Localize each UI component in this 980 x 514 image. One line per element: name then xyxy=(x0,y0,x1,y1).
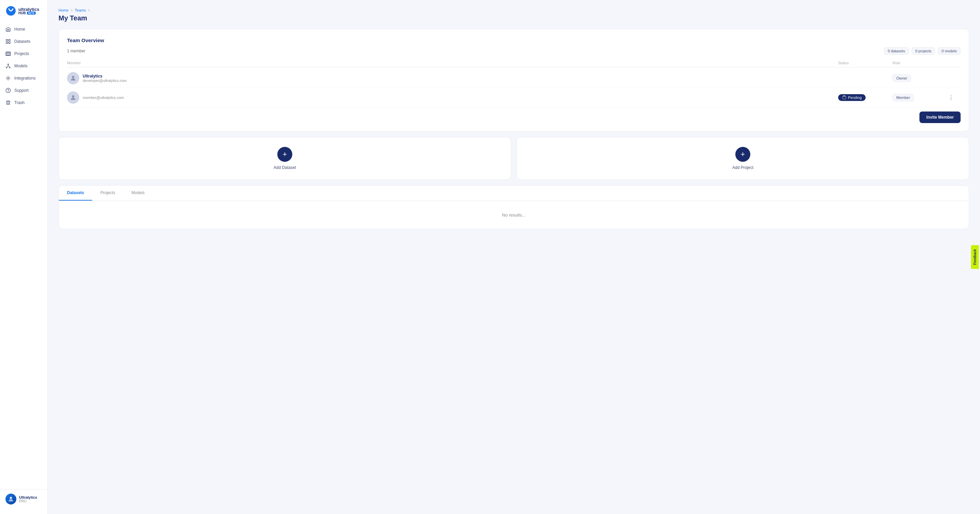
more-options-button[interactable]: ⋮ xyxy=(947,93,955,102)
role-badge-owner: Owner xyxy=(892,75,911,82)
col-status: Status xyxy=(838,61,892,65)
tabs-header: Datasets Projects Models xyxy=(59,186,969,201)
svg-point-12 xyxy=(10,497,12,499)
member-email-2: member@ultralytics.com xyxy=(83,95,124,100)
table-row: member@ultralytics.com Pending Member ⋮ xyxy=(67,88,961,108)
table-row: Ultralytics developer@ultralytics.com Ow… xyxy=(67,69,961,88)
member-info-2: member@ultralytics.com xyxy=(67,92,838,104)
tab-content: No results... xyxy=(59,201,969,229)
sidebar-label-datasets: Datasets xyxy=(14,39,30,44)
add-project-label: Add Project xyxy=(732,165,753,170)
user-info: Ultralytics PRO xyxy=(19,495,37,503)
user-name: Ultralytics xyxy=(19,495,37,500)
svg-point-14 xyxy=(72,95,75,98)
user-profile[interactable]: Ultralytics PRO xyxy=(0,489,47,509)
sidebar-nav: Home Datasets Projects Models Integratio… xyxy=(0,23,47,489)
logo-hub: HUB xyxy=(18,11,26,15)
pending-label: Pending xyxy=(848,95,862,100)
breadcrumb-teams[interactable]: Teams xyxy=(75,8,86,12)
tab-models[interactable]: Models xyxy=(123,186,153,201)
add-dataset-card[interactable]: + Add Dataset xyxy=(59,137,511,180)
svg-point-7 xyxy=(6,67,7,68)
user-icon xyxy=(70,75,76,82)
stat-datasets: 0 datasets xyxy=(884,47,909,55)
add-dataset-icon: + xyxy=(277,147,292,162)
members-header: 1 member 0 datasets 0 projects 0 models xyxy=(67,47,961,55)
beta-badge: BETA xyxy=(27,11,36,14)
svg-point-8 xyxy=(9,67,10,68)
no-results-text: No results... xyxy=(502,213,525,217)
col-member: Member xyxy=(67,61,838,65)
trash-icon xyxy=(5,100,11,105)
tab-datasets[interactable]: Datasets xyxy=(59,186,92,201)
member-count: 1 member xyxy=(67,49,86,53)
breadcrumb-sep-1: > xyxy=(70,8,73,12)
feedback-button[interactable]: Feedback xyxy=(971,245,978,269)
team-overview-card: Team Overview 1 member 0 datasets 0 proj… xyxy=(59,29,969,132)
sidebar-item-projects[interactable]: Projects xyxy=(0,48,47,60)
role-badge-member: Member xyxy=(892,94,914,101)
col-role: Role xyxy=(892,61,947,65)
ultralytics-logo-icon xyxy=(5,5,16,16)
sidebar-item-support[interactable]: Support xyxy=(0,84,47,97)
projects-icon xyxy=(5,51,11,56)
integrations-icon xyxy=(5,76,11,81)
status-badge-pending: Pending xyxy=(838,94,865,101)
member-info-1: Ultralytics developer@ultralytics.com xyxy=(67,72,838,84)
stat-projects: 0 projects xyxy=(912,47,935,55)
member-role-1: Owner xyxy=(892,75,947,82)
svg-rect-3 xyxy=(6,42,8,43)
sidebar-item-home[interactable]: Home xyxy=(0,23,47,35)
add-project-card[interactable]: + Add Project xyxy=(517,137,969,180)
sidebar-label-trash: Trash xyxy=(14,100,24,105)
add-dataset-label: Add Dataset xyxy=(274,165,296,170)
user-icon xyxy=(70,94,76,101)
sidebar-label-projects: Projects xyxy=(14,51,29,56)
models-icon xyxy=(5,63,11,69)
tabs-container: Datasets Projects Models No results... xyxy=(59,185,969,229)
svg-rect-1 xyxy=(6,40,8,41)
support-icon xyxy=(5,88,11,93)
datasets-icon xyxy=(5,39,11,44)
add-cards-row: + Add Dataset + Add Project xyxy=(59,137,969,180)
member-avatar-2 xyxy=(67,92,79,104)
sidebar-item-datasets[interactable]: Datasets xyxy=(0,35,47,48)
member-details-2: member@ultralytics.com xyxy=(83,95,124,100)
add-project-icon: + xyxy=(735,147,750,162)
svg-point-13 xyxy=(72,76,75,78)
svg-rect-4 xyxy=(8,42,10,43)
home-icon xyxy=(5,27,11,32)
sidebar-label-integrations: Integrations xyxy=(14,76,36,81)
sidebar-label-support: Support xyxy=(14,88,29,93)
member-details-1: Ultralytics developer@ultralytics.com xyxy=(83,74,127,82)
breadcrumb: Home > Teams > xyxy=(59,8,969,12)
logo: ultralytics HUB BETA xyxy=(0,5,47,23)
svg-point-6 xyxy=(8,64,9,65)
avatar xyxy=(5,493,16,504)
invite-row: Invite Member xyxy=(67,111,961,123)
member-actions-2[interactable]: ⋮ xyxy=(947,93,961,102)
member-role-2: Member xyxy=(892,94,947,101)
page-title: My Team xyxy=(59,14,969,22)
main-content: Home > Teams > My Team Team Overview 1 m… xyxy=(48,0,980,514)
invite-member-button[interactable]: Invite Member xyxy=(920,111,961,123)
spinner-icon xyxy=(842,95,846,100)
member-email-1: developer@ultralytics.com xyxy=(83,79,127,82)
breadcrumb-home[interactable]: Home xyxy=(59,8,68,12)
breadcrumb-sep-2: > xyxy=(88,8,90,12)
stats-badges: 0 datasets 0 projects 0 models xyxy=(884,47,961,55)
sidebar-item-trash[interactable]: Trash xyxy=(0,97,47,109)
logo-title: ultralytics xyxy=(18,7,39,11)
tab-projects[interactable]: Projects xyxy=(92,186,123,201)
member-avatar-1 xyxy=(67,72,79,84)
member-name-1: Ultralytics xyxy=(83,74,127,79)
sidebar-label-models: Models xyxy=(14,63,27,68)
sidebar-item-integrations[interactable]: Integrations xyxy=(0,72,47,84)
svg-rect-2 xyxy=(8,40,10,41)
sidebar: ultralytics HUB BETA Home Datasets Proje… xyxy=(0,0,48,514)
svg-point-9 xyxy=(8,78,9,79)
team-overview-title: Team Overview xyxy=(67,37,961,43)
user-plan: PRO xyxy=(19,500,37,503)
sidebar-label-home: Home xyxy=(14,27,25,32)
sidebar-item-models[interactable]: Models xyxy=(0,60,47,72)
